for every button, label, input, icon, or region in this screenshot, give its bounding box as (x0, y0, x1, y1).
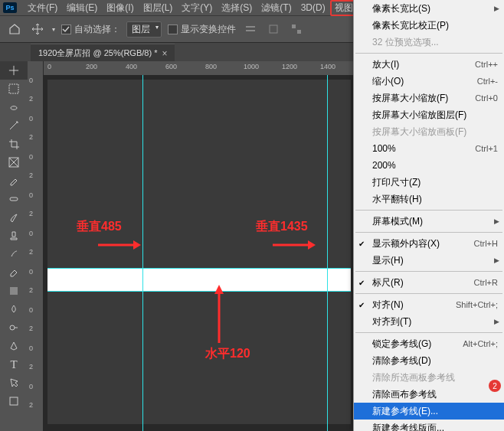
ruler-tick: 400 (126, 63, 137, 70)
eraser-tool[interactable] (0, 263, 28, 282)
svg-rect-10 (10, 287, 18, 295)
ruler-tick: 2 (29, 363, 33, 371)
layer-select-value: 图层 (132, 24, 150, 34)
ruler-vertical[interactable]: 0 2 0 2 0 2 0 2 0 2 0 2 0 2 0 2 0 2 (28, 61, 44, 431)
ruler-tick: 1400 (320, 63, 335, 70)
menu-item[interactable]: 清除参考线(D) (354, 352, 504, 369)
menu-item[interactable]: 像素长宽比(S) (354, 0, 504, 17)
type-tool[interactable]: T (0, 355, 28, 374)
ruler-tick: 800 (205, 63, 217, 70)
menu-item-label: 缩小(O) (372, 75, 404, 88)
menu-item[interactable]: 按屏幕大小缩放图层(F) (354, 106, 504, 123)
menu-item[interactable]: 打印尺寸(Z) (354, 174, 504, 191)
menu-item[interactable]: 对齐到(T) (354, 313, 504, 330)
stamp-tool[interactable] (0, 227, 28, 245)
menu-item[interactable]: 清除画布参考线2 (354, 386, 504, 403)
blur-tool[interactable] (0, 300, 28, 318)
lasso-tool[interactable] (0, 98, 28, 116)
auto-select-label: 自动选择： (74, 23, 120, 36)
ruler-tick: 1000 (244, 63, 259, 70)
menu-item[interactable]: 新建参考线版面... (354, 420, 504, 431)
gradient-tool[interactable] (0, 282, 28, 300)
menu-type[interactable]: 文字(Y) (177, 0, 217, 16)
history-brush-tool[interactable] (0, 245, 28, 263)
check-icon (61, 24, 71, 34)
menu-file[interactable]: 文件(F) (23, 0, 62, 16)
dodge-tool[interactable] (0, 318, 28, 337)
ruler-tick: 2 (29, 401, 33, 409)
menu-item[interactable]: 200% (354, 157, 504, 174)
show-transform-checkbox[interactable]: 显示变换控件 (168, 23, 236, 36)
ruler-tick: 2 (29, 210, 33, 217)
eyedropper-tool[interactable] (0, 171, 28, 190)
menu-item[interactable]: 100%Ctrl+1 (354, 140, 504, 157)
menu-item[interactable]: 对齐(N)Shift+Ctrl+; (354, 296, 504, 313)
menu-item[interactable]: 按屏幕大小缩放(F)Ctrl+0 (354, 90, 504, 106)
heal-tool[interactable] (0, 190, 28, 208)
menu-item[interactable]: 缩小(O)Ctrl+- (354, 73, 504, 90)
menu-3d[interactable]: 3D(D) (296, 1, 330, 15)
menu-item[interactable]: 锁定参考线(G)Alt+Ctrl+; (354, 335, 504, 352)
move-tool-icon[interactable] (29, 21, 46, 38)
menu-item[interactable]: 屏幕模式(M) (354, 213, 504, 230)
ruler-tick: 2 (29, 325, 33, 332)
menu-item-label: 清除画布参考线 (372, 388, 437, 401)
menu-filter[interactable]: 滤镜(T) (257, 0, 296, 16)
align-icon-2[interactable] (265, 21, 282, 38)
guide-vertical[interactable] (142, 75, 143, 431)
ruler-tick: 0 (29, 344, 33, 352)
menu-item-label: 水平翻转(H) (372, 193, 422, 206)
document-tab[interactable]: 1920全屏店招 @ 25%(RGB/8) * × (31, 44, 175, 62)
tools-panel: T (0, 61, 28, 431)
layer-select[interactable]: 图层 ▾ (126, 21, 162, 38)
menu-edit[interactable]: 编辑(E) (62, 0, 102, 16)
menu-item[interactable]: 标尺(R)Ctrl+R (354, 274, 504, 291)
annotation-h: 水平120 (205, 346, 250, 362)
pen-tool[interactable] (0, 337, 28, 355)
shortcut-label: Ctrl++ (475, 60, 498, 69)
menu-select[interactable]: 选择(S) (217, 0, 257, 16)
menu-item[interactable]: 放大(I)Ctrl++ (354, 56, 504, 73)
guide-horizontal[interactable] (47, 291, 351, 292)
ruler-tick: 2 (29, 171, 33, 179)
menu-item[interactable]: 像素长宽比校正(P) (354, 17, 504, 34)
menu-item-label: 按屏幕大小缩放(F) (372, 92, 448, 105)
arrow-icon (271, 236, 317, 254)
path-select-tool[interactable] (0, 374, 28, 392)
marquee-tool[interactable] (0, 80, 28, 98)
menu-image[interactable]: 图像(I) (102, 0, 138, 16)
menu-item-label: 200% (372, 160, 396, 171)
close-icon[interactable]: × (162, 48, 167, 59)
svg-rect-4 (270, 25, 277, 33)
move-tool[interactable] (0, 61, 28, 80)
shortcut-label: Ctrl+0 (475, 93, 498, 103)
align-icon-1[interactable] (242, 21, 259, 38)
menu-item: 清除所选画板参考线 (354, 369, 504, 386)
ruler-tick: 0 (29, 191, 33, 199)
frame-tool[interactable] (0, 153, 28, 171)
menu-item[interactable]: 显示额外内容(X)Ctrl+H (354, 235, 504, 252)
guide-vertical[interactable] (327, 75, 328, 431)
dropdown-icon[interactable]: ▾ (52, 26, 55, 33)
ruler-tick: 0 (29, 153, 33, 161)
menu-item[interactable]: 水平翻转(H) (354, 191, 504, 207)
shortcut-label: Ctrl+R (474, 278, 498, 287)
menu-layer[interactable]: 图层(L) (139, 0, 178, 16)
svg-rect-9 (10, 198, 18, 201)
menu-item-label: 新建参考线版面... (372, 422, 444, 432)
align-icon-3[interactable] (288, 21, 305, 38)
menu-item-label: 标尺(R) (372, 276, 404, 289)
shortcut-label: Shift+Ctrl+; (456, 300, 498, 309)
auto-select-checkbox[interactable]: 自动选择： (61, 23, 120, 36)
brush-tool[interactable] (0, 208, 28, 227)
shape-tool[interactable] (0, 392, 28, 410)
menu-item[interactable]: 显示(H) (354, 252, 504, 269)
guide-horizontal[interactable] (47, 268, 351, 269)
crop-tool[interactable] (0, 135, 28, 153)
menu-item[interactable]: 新建参考线(E)... (354, 403, 504, 420)
ruler-tick: 1200 (282, 63, 297, 70)
wand-tool[interactable] (0, 116, 28, 135)
ruler-tick: 2 (29, 286, 33, 294)
svg-rect-1 (169, 24, 178, 34)
home-icon[interactable] (6, 21, 23, 38)
